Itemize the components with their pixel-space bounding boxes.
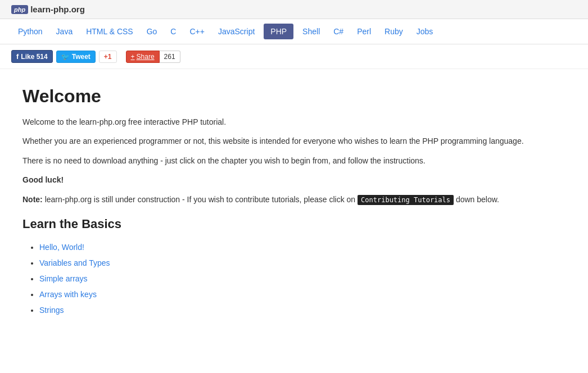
intro-para2: Whether you are an experienced programme… bbox=[22, 135, 540, 147]
tweet-label: Tweet bbox=[72, 53, 91, 61]
nav-item-c[interactable]: C bbox=[164, 19, 183, 44]
good-luck: Good luck! bbox=[22, 174, 540, 186]
nav-item-html---css[interactable]: HTML & CSS bbox=[79, 19, 140, 44]
welcome-title: Welcome bbox=[22, 86, 540, 107]
gplus-label: +1 bbox=[104, 53, 112, 61]
main-nav: PythonJavaHTML & CSSGoCC++JavaScriptPHPS… bbox=[0, 19, 588, 44]
nav-item-java[interactable]: Java bbox=[49, 19, 80, 44]
share-icon: + bbox=[131, 53, 135, 61]
share-count: 261 bbox=[160, 51, 180, 63]
main-content: Welcome Welcome to the learn-php.org fre… bbox=[0, 69, 562, 335]
like-label: Like 514 bbox=[21, 53, 47, 61]
nav-item-javascript[interactable]: JavaScript bbox=[211, 19, 261, 44]
nav-item-c-[interactable]: C# bbox=[327, 19, 350, 44]
nav-item-c--[interactable]: C++ bbox=[183, 19, 211, 44]
tutorial-link[interactable]: Hello, World! bbox=[39, 243, 84, 252]
note-label: Note: bbox=[22, 195, 43, 204]
logo-text: learn-php.org bbox=[30, 4, 85, 14]
nav-item-go[interactable]: Go bbox=[140, 19, 164, 44]
list-item: Simple arrays bbox=[39, 271, 540, 286]
list-item: Variables and Types bbox=[39, 255, 540, 271]
list-item: Hello, World! bbox=[39, 239, 540, 255]
list-item: Arrays with keys bbox=[39, 286, 540, 302]
nav-item-python[interactable]: Python bbox=[11, 19, 49, 44]
nav-item-shell[interactable]: Shell bbox=[296, 19, 327, 44]
twitter-icon: 🐦 bbox=[61, 53, 70, 61]
nav-item-ruby[interactable]: Ruby bbox=[378, 19, 410, 44]
basics-title: Learn the Basics bbox=[22, 217, 540, 231]
social-bar: f Like 514 🐦 Tweet +1 + Share 261 bbox=[0, 44, 588, 69]
facebook-icon: f bbox=[16, 52, 19, 61]
site-logo[interactable]: php learn-php.org bbox=[11, 4, 85, 14]
note-para: Note: learn-php.org is still under const… bbox=[22, 193, 540, 206]
share-group: + Share 261 bbox=[126, 51, 180, 63]
nav-item-jobs[interactable]: Jobs bbox=[410, 19, 440, 44]
tutorial-link[interactable]: Variables and Types bbox=[39, 258, 110, 267]
nav-item-php[interactable]: PHP bbox=[264, 24, 293, 39]
note-end: down below. bbox=[456, 195, 499, 204]
gplus-button[interactable]: +1 bbox=[99, 51, 117, 63]
share-button[interactable]: + Share bbox=[126, 51, 160, 63]
facebook-like-button[interactable]: f Like 514 bbox=[11, 50, 53, 63]
note-text: learn-php.org is still under constructio… bbox=[45, 195, 358, 204]
intro-para1: Welcome to the learn-php.org free intera… bbox=[22, 116, 540, 128]
list-item: Strings bbox=[39, 302, 540, 318]
good-luck-text: Good luck! bbox=[22, 175, 64, 184]
site-header: php learn-php.org bbox=[0, 0, 588, 19]
share-label: Share bbox=[137, 53, 155, 61]
tweet-button[interactable]: 🐦 Tweet bbox=[56, 51, 96, 63]
tutorial-link[interactable]: Simple arrays bbox=[39, 274, 88, 283]
php-badge-icon: php bbox=[11, 5, 28, 14]
intro-para3: There is no need to download anything - … bbox=[22, 154, 540, 167]
nav-item-perl[interactable]: Perl bbox=[350, 19, 378, 44]
contributing-badge: Contributing Tutorials bbox=[358, 195, 454, 205]
basics-list: Hello, World!Variables and TypesSimple a… bbox=[22, 239, 540, 318]
tutorial-link[interactable]: Arrays with keys bbox=[39, 290, 97, 299]
tutorial-link[interactable]: Strings bbox=[39, 306, 64, 315]
